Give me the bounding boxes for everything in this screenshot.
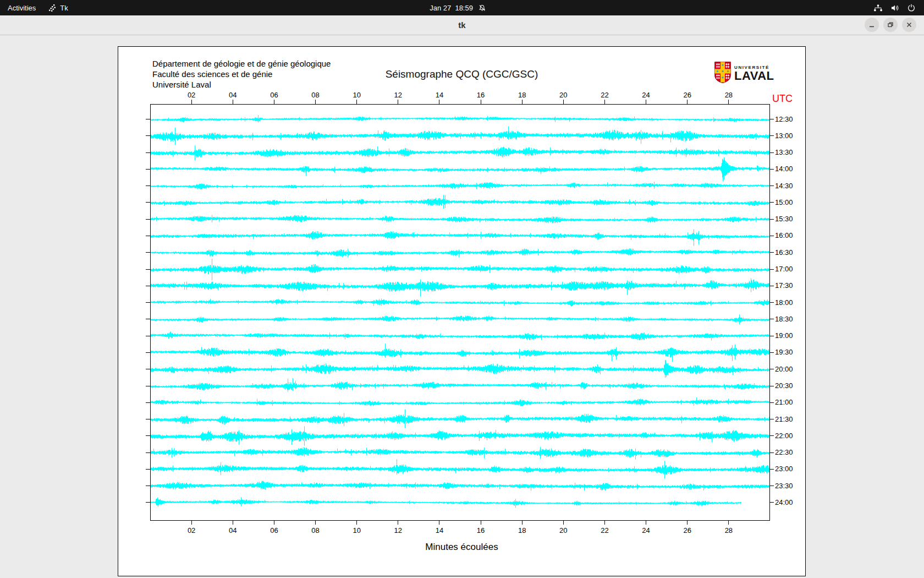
trace-right-tick [770, 236, 774, 236]
x-tick-bottom [481, 521, 481, 525]
gnome-top-bar: Activities Tk [0, 0, 924, 15]
x-tick-label-bottom: 18 [514, 526, 530, 535]
trace-left-tick [146, 302, 150, 303]
x-tick-top [687, 100, 688, 104]
trace-right-tick [770, 452, 774, 453]
laval-shield-icon [714, 62, 731, 85]
trace-left-tick [146, 419, 150, 419]
x-tick-label-bottom: 20 [556, 526, 571, 535]
x-tick-label-top: 14 [432, 91, 447, 99]
trace-left-tick [146, 152, 150, 153]
trace-right-tick [770, 186, 774, 186]
trace-left-tick [146, 386, 150, 386]
x-tick-label-bottom: 10 [349, 526, 365, 535]
x-tick-label-bottom: 28 [721, 526, 736, 535]
trace-right-tick [770, 119, 774, 119]
x-tick-label-top: 18 [514, 91, 530, 99]
utc-time-label: 20:00 [775, 365, 793, 373]
trace-right-tick [770, 202, 774, 203]
maximize-button[interactable] [883, 18, 898, 32]
utc-time-label: 21:00 [775, 398, 793, 406]
utc-label: UTC [772, 93, 793, 105]
x-tick-top [356, 100, 357, 104]
network-icon [873, 4, 883, 12]
trace-left-tick [146, 435, 150, 436]
logo-text-laval: LAVAL [734, 70, 774, 81]
trace-right-tick [770, 352, 774, 353]
utc-time-label: 23:00 [775, 465, 793, 473]
x-tick-label-bottom: 04 [225, 526, 240, 535]
window-title: tk [0, 15, 924, 34]
trace-right-tick [770, 269, 774, 270]
activities-button[interactable]: Activities [0, 0, 43, 15]
trace-right-tick [770, 219, 774, 220]
utc-time-label: 16:00 [775, 231, 793, 239]
power-icon [908, 4, 915, 12]
x-tick-label-bottom: 16 [473, 526, 488, 535]
minimize-button[interactable] [865, 18, 879, 32]
x-tick-label-top: 16 [473, 91, 488, 99]
utc-time-label: 23:30 [775, 482, 793, 490]
trace-left-tick [146, 369, 150, 369]
trace-right-tick [770, 286, 774, 286]
trace-right-tick [770, 402, 774, 403]
x-tick-label-top: 12 [391, 91, 406, 99]
x-tick-top [398, 100, 398, 104]
trace-left-tick [146, 219, 150, 220]
utc-time-label: 15:00 [775, 198, 793, 206]
utc-time-label: 14:00 [775, 165, 793, 173]
clock-menu[interactable]: Jan 27 18:59 [430, 0, 494, 15]
trace-right-tick [770, 302, 774, 303]
universite-laval-logo: UNIVERSITÉ LAVAL [714, 62, 774, 85]
desktop: Activities Tk [0, 0, 924, 578]
trace-left-tick [146, 352, 150, 353]
x-tick-label-top: 10 [349, 91, 365, 99]
close-icon [905, 20, 914, 29]
utc-time-label: 17:00 [775, 265, 793, 273]
utc-time-label: 13:00 [775, 132, 793, 140]
trace-left-tick [146, 452, 150, 453]
trace-left-tick [146, 135, 150, 136]
trace-left-tick [146, 119, 150, 119]
x-tick-top [439, 100, 439, 104]
department-line: Département de géologie et de génie géol… [152, 58, 331, 69]
x-tick-bottom [439, 521, 439, 525]
utc-time-label: 13:30 [775, 148, 793, 156]
utc-time-label: 19:00 [775, 331, 793, 340]
utc-time-label: 20:30 [775, 381, 793, 390]
trace-right-tick [770, 369, 774, 369]
x-tick-label-bottom: 06 [266, 526, 282, 535]
x-tick-label-bottom: 08 [308, 526, 323, 535]
x-tick-top [481, 100, 481, 104]
x-tick-label-top: 20 [556, 91, 571, 99]
trace-right-tick [770, 435, 774, 436]
focused-app-label: Tk [60, 4, 68, 12]
x-tick-label-top: 06 [266, 91, 282, 99]
x-tick-bottom [356, 521, 357, 525]
x-tick-bottom [191, 521, 192, 525]
tk-app-icon [49, 4, 56, 12]
x-tick-label-top: 02 [184, 91, 199, 99]
trace-left-tick [146, 502, 150, 503]
trace-left-tick [146, 319, 150, 319]
utc-time-label: 22:00 [775, 432, 793, 440]
clock-label: Jan 27 18:59 [430, 4, 473, 12]
utc-time-label: 22:30 [775, 448, 793, 456]
x-tick-bottom [563, 521, 564, 525]
x-tick-bottom [274, 521, 274, 525]
focused-app-indicator[interactable]: Tk [43, 0, 73, 15]
department-line: Université Laval [152, 79, 331, 90]
system-status-area[interactable] [865, 0, 924, 15]
x-tick-bottom [522, 521, 522, 525]
x-tick-top [274, 100, 274, 104]
trace-right-tick [770, 319, 774, 319]
x-tick-bottom [233, 521, 233, 525]
window-content: Département de géologie et de génie géol… [0, 35, 924, 578]
x-tick-top [233, 100, 233, 104]
close-button[interactable] [902, 18, 916, 32]
x-tick-top [522, 100, 522, 104]
utc-time-label: 14:30 [775, 182, 793, 190]
x-tick-label-bottom: 12 [391, 526, 406, 535]
trace-right-tick [770, 386, 774, 386]
maximize-icon [886, 20, 895, 29]
